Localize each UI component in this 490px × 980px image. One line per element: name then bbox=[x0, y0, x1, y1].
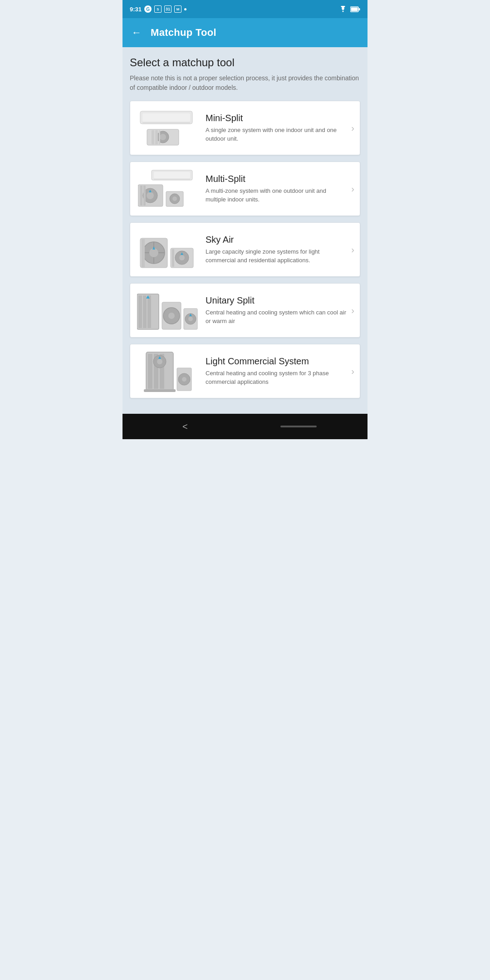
sky-air-card[interactable]: Sky Air Large capacity single zone syste… bbox=[130, 222, 360, 277]
gmail-icon: M bbox=[174, 5, 181, 13]
google-icon: G bbox=[144, 5, 152, 13]
wifi-icon bbox=[338, 6, 348, 13]
svg-point-17 bbox=[147, 192, 154, 199]
svg-rect-9 bbox=[152, 130, 154, 144]
multi-split-text: Multi-Split A multi-zone system with one… bbox=[206, 174, 348, 204]
svg-rect-13 bbox=[154, 172, 190, 178]
mini-split-desc: A single zone system with one indoor uni… bbox=[206, 126, 348, 143]
svg-rect-2 bbox=[359, 8, 360, 10]
multi-split-card[interactable]: Multi-Split A multi-zone system with one… bbox=[130, 162, 360, 216]
page-description: Please note this is not a proper selecti… bbox=[130, 74, 360, 93]
sky-air-image bbox=[136, 229, 199, 270]
multi-split-arrow: › bbox=[351, 184, 354, 194]
time-display: 9:31 bbox=[130, 6, 142, 13]
unitary-split-image bbox=[136, 290, 199, 331]
status-left: 9:31 G S 31 M bbox=[130, 5, 186, 13]
svg-rect-36 bbox=[172, 249, 174, 267]
svg-rect-10 bbox=[155, 130, 158, 144]
multi-split-title: Multi-Split bbox=[206, 174, 348, 184]
svg-rect-39 bbox=[138, 295, 142, 328]
back-button[interactable]: ← bbox=[130, 25, 143, 40]
status-bar: 9:31 G S 31 M bbox=[122, 0, 368, 18]
unitary-split-arrow: › bbox=[351, 305, 354, 316]
svg-rect-4 bbox=[142, 113, 190, 122]
svg-point-45 bbox=[168, 313, 175, 319]
light-commercial-text: Light Commercial System Central heating … bbox=[206, 356, 348, 387]
svg-rect-31 bbox=[142, 239, 145, 268]
sky-air-arrow: › bbox=[351, 245, 354, 255]
light-commercial-arrow: › bbox=[351, 366, 354, 377]
notification-dot bbox=[184, 8, 186, 10]
svg-point-35 bbox=[179, 255, 185, 260]
svg-rect-14 bbox=[154, 179, 190, 180]
svg-rect-5 bbox=[142, 122, 190, 123]
svg-rect-40 bbox=[143, 295, 147, 328]
home-indicator[interactable] bbox=[280, 426, 317, 427]
content-area: Select a matchup tool Please note this i… bbox=[122, 47, 368, 414]
multi-split-desc: A multi-zone system with one outdoor uni… bbox=[206, 187, 348, 204]
mini-split-arrow: › bbox=[351, 123, 354, 133]
sky-air-svg bbox=[138, 229, 197, 270]
unitary-split-card[interactable]: Unitary Split Central heating and coolin… bbox=[130, 283, 360, 338]
calendar-icon: 31 bbox=[164, 5, 172, 13]
status-right bbox=[338, 6, 360, 13]
svg-rect-19 bbox=[143, 186, 146, 206]
bottom-nav-bar: < bbox=[122, 414, 368, 439]
svg-point-48 bbox=[188, 317, 193, 321]
page-heading: Select a matchup tool bbox=[130, 56, 360, 69]
nav-back-button[interactable]: < bbox=[173, 418, 197, 436]
unitary-split-title: Unitary Split bbox=[206, 295, 348, 306]
sky-air-title: Sky Air bbox=[206, 235, 348, 245]
svg-point-8 bbox=[160, 134, 166, 140]
svg-rect-1 bbox=[351, 7, 358, 11]
sky-air-desc: Large capacity single zone systems for l… bbox=[206, 248, 348, 265]
svg-rect-11 bbox=[159, 130, 160, 144]
light-commercial-desc: Central heating and cooling system for 3… bbox=[206, 369, 348, 387]
svg-point-60 bbox=[182, 377, 186, 382]
multi-split-svg bbox=[138, 169, 197, 209]
svg-point-55 bbox=[157, 359, 162, 364]
unitary-split-text: Unitary Split Central heating and coolin… bbox=[206, 295, 348, 326]
app-bar-title: Matchup Tool bbox=[151, 27, 216, 39]
mini-split-card[interactable]: Mini-Split A single zone system with one… bbox=[130, 101, 360, 155]
mini-split-text: Mini-Split A single zone system with one… bbox=[206, 113, 348, 143]
mini-split-svg bbox=[138, 109, 197, 147]
sync-icon: S bbox=[154, 5, 162, 13]
svg-rect-57 bbox=[144, 389, 176, 392]
mini-split-title: Mini-Split bbox=[206, 113, 348, 123]
unitary-split-desc: Central heating and cooling system which… bbox=[206, 309, 348, 326]
light-commercial-title: Light Commercial System bbox=[206, 356, 348, 367]
svg-rect-41 bbox=[147, 295, 151, 328]
svg-rect-51 bbox=[148, 354, 152, 389]
battery-icon bbox=[350, 6, 360, 12]
app-bar: ← Matchup Tool bbox=[122, 18, 368, 47]
light-commercial-card[interactable]: Light Commercial System Central heating … bbox=[130, 344, 360, 398]
mini-split-image bbox=[136, 108, 199, 148]
light-commercial-svg bbox=[142, 350, 194, 393]
light-commercial-image bbox=[136, 351, 199, 392]
unitary-svg bbox=[137, 289, 198, 331]
svg-point-22 bbox=[172, 196, 177, 201]
sky-air-text: Sky Air Large capacity single zone syste… bbox=[206, 235, 348, 265]
svg-rect-18 bbox=[140, 186, 142, 206]
multi-split-image bbox=[136, 168, 199, 209]
